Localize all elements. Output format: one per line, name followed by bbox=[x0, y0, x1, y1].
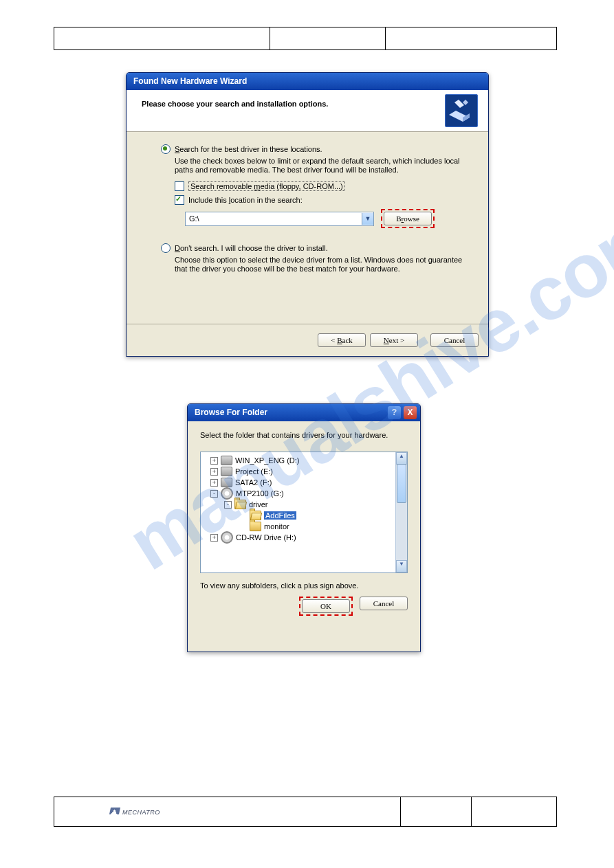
folder-open-icon bbox=[250, 511, 261, 520]
folder-open-icon bbox=[234, 500, 246, 509]
checkbox-include-location-label: Include this location in the search: bbox=[188, 196, 303, 204]
tree-node-label: AddFiles bbox=[264, 511, 296, 520]
tree-node[interactable]: + SATA2 (F:) bbox=[205, 477, 396, 488]
chevron-down-icon: ▼ bbox=[362, 213, 373, 225]
tree-node-label: monitor bbox=[264, 522, 289, 531]
cancel-button[interactable]: Cancel bbox=[360, 597, 408, 610]
scroll-up-icon[interactable]: ▲ bbox=[396, 452, 407, 465]
ok-highlight: OK bbox=[299, 597, 353, 616]
wizard-header: Please choose your search and installati… bbox=[127, 90, 488, 132]
checkbox-include-location[interactable]: Include this location in the search: bbox=[175, 195, 473, 205]
tree-node[interactable]: - MTP2100 (G:) bbox=[205, 488, 396, 499]
hardware-wizard-dialog: Found New Hardware Wizard Please choose … bbox=[126, 72, 489, 357]
close-button[interactable]: X bbox=[404, 406, 417, 419]
tree-node[interactable]: + CD-RW Drive (H:) bbox=[205, 532, 396, 543]
minus-icon[interactable]: - bbox=[210, 490, 218, 498]
tree-node-label: WIN_XP_ENG (D:) bbox=[235, 456, 300, 465]
scroll-down-icon[interactable]: ▼ bbox=[396, 560, 407, 572]
browse-instruction: Select the folder that contains drivers … bbox=[188, 421, 420, 446]
option-search-best-help: Use the check boxes below to limit or ex… bbox=[175, 157, 463, 175]
cd-icon bbox=[221, 531, 233, 544]
spacer bbox=[241, 524, 247, 530]
browse-highlight: Browse bbox=[381, 209, 435, 228]
tree-node-label: SATA2 (F:) bbox=[235, 478, 272, 487]
browse-button[interactable]: Browse bbox=[384, 212, 432, 225]
checkbox-icon bbox=[175, 181, 184, 191]
cancel-button[interactable]: Cancel bbox=[430, 333, 479, 347]
plus-icon[interactable]: + bbox=[210, 468, 218, 476]
scrollbar[interactable]: ▲ ▼ bbox=[395, 452, 407, 572]
option-search-best-label: Search for the best driver in these loca… bbox=[175, 145, 322, 153]
browse-title-text: Browse For Folder bbox=[195, 408, 267, 417]
radio-icon bbox=[161, 243, 171, 253]
tree-node-label: driver bbox=[249, 500, 268, 509]
plus-icon[interactable]: + bbox=[210, 534, 218, 542]
browse-hint: To view any subfolders, click a plus sig… bbox=[188, 573, 420, 590]
help-button[interactable]: ? bbox=[388, 406, 401, 419]
drive-icon bbox=[221, 467, 232, 476]
tree-node-label: Project (E:) bbox=[235, 467, 273, 476]
wizard-icon bbox=[445, 94, 478, 127]
checkbox-removable-media-label: Search removable media (floppy, CD-ROM..… bbox=[188, 181, 345, 191]
tree-node-label: CD-RW Drive (H:) bbox=[236, 533, 296, 542]
option-dont-search-label: Don't search. I will choose the driver t… bbox=[175, 244, 328, 252]
browse-folder-dialog: Browse For Folder ? X Select the folder … bbox=[187, 403, 421, 652]
browse-title: Browse For Folder ? X bbox=[188, 404, 420, 421]
plus-icon[interactable]: + bbox=[210, 457, 218, 465]
checkbox-icon bbox=[175, 195, 184, 205]
scroll-thumb[interactable] bbox=[397, 464, 406, 503]
wizard-title: Found New Hardware Wizard bbox=[127, 73, 488, 90]
header-table bbox=[54, 27, 557, 50]
cd-icon bbox=[221, 487, 233, 500]
radio-icon bbox=[161, 144, 171, 154]
back-button[interactable]: < Back bbox=[318, 333, 366, 347]
tree-node[interactable]: monitor bbox=[205, 521, 396, 532]
option-dont-search[interactable]: Don't search. I will choose the driver t… bbox=[161, 243, 473, 253]
location-combo-value: G:\ bbox=[189, 214, 199, 223]
tree-node[interactable]: - driver bbox=[205, 499, 396, 510]
plus-icon[interactable]: + bbox=[210, 479, 218, 487]
drive-icon bbox=[221, 478, 232, 487]
checkbox-removable-media[interactable]: Search removable media (floppy, CD-ROM..… bbox=[175, 181, 473, 191]
option-search-best[interactable]: Search for the best driver in these loca… bbox=[161, 144, 473, 154]
folder-icon bbox=[250, 522, 261, 531]
next-button[interactable]: Next > bbox=[370, 333, 418, 347]
tree-node[interactable]: + Project (E:) bbox=[205, 466, 396, 477]
location-combo[interactable]: G:\ ▼ bbox=[185, 212, 374, 226]
footer-table: MECHATRO bbox=[54, 797, 557, 827]
tree-node[interactable]: + WIN_XP_ENG (D:) bbox=[205, 455, 396, 466]
drive-icon bbox=[221, 456, 232, 465]
wizard-subtitle: Please choose your search and installati… bbox=[142, 100, 328, 108]
option-dont-search-help: Choose this option to select the device … bbox=[175, 256, 463, 274]
spacer bbox=[241, 513, 247, 519]
minus-icon[interactable]: - bbox=[224, 501, 232, 509]
ok-button[interactable]: OK bbox=[302, 599, 350, 613]
tree-node-selected[interactable]: AddFiles bbox=[205, 510, 396, 521]
wizard-footer: < Back Next > Cancel bbox=[127, 324, 488, 356]
mechatro-logo: MECHATRO bbox=[55, 809, 160, 816]
tree-node-label: MTP2100 (G:) bbox=[236, 489, 284, 498]
folder-tree: + WIN_XP_ENG (D:) + Project (E:) + SATA2… bbox=[200, 452, 408, 573]
